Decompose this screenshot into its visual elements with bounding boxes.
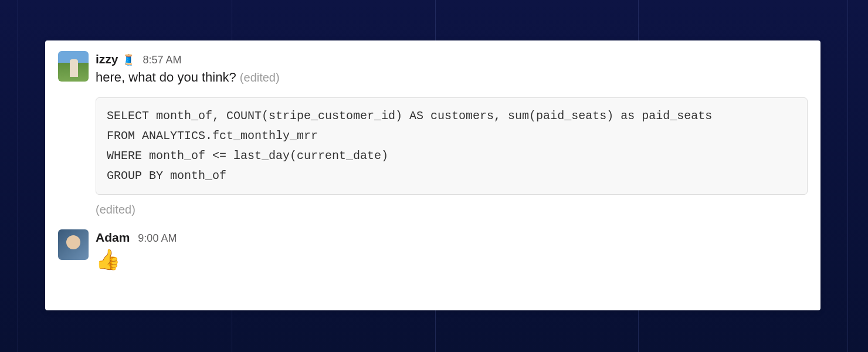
message-text-content: here, what do you think?	[96, 70, 236, 84]
edited-label: (edited)	[240, 71, 280, 84]
message-header: izzy 🧵 8:57 AM	[96, 51, 808, 67]
message: Adam 9:00 AM 👍	[58, 229, 808, 269]
message: izzy 🧵 8:57 AM here, what do you think? …	[58, 51, 808, 216]
avatar[interactable]	[58, 229, 89, 260]
author-name[interactable]: Adam	[96, 229, 130, 245]
avatar[interactable]	[58, 51, 89, 82]
message-body: Adam 9:00 AM 👍	[96, 229, 808, 269]
thumbs-up-icon: 👍	[96, 249, 808, 269]
timestamp[interactable]: 8:57 AM	[143, 53, 182, 67]
message-body: izzy 🧵 8:57 AM here, what do you think? …	[96, 51, 808, 216]
chat-panel: izzy 🧵 8:57 AM here, what do you think? …	[45, 40, 820, 310]
message-text: here, what do you think? (edited)	[96, 68, 808, 87]
status-icon: 🧵	[122, 55, 135, 65]
code-block[interactable]: SELECT month_of, COUNT(stripe_customer_i…	[96, 97, 808, 195]
message-header: Adam 9:00 AM	[96, 229, 808, 245]
edited-label: (edited)	[96, 203, 808, 216]
timestamp[interactable]: 9:00 AM	[138, 232, 177, 245]
author-name[interactable]: izzy	[96, 51, 118, 67]
